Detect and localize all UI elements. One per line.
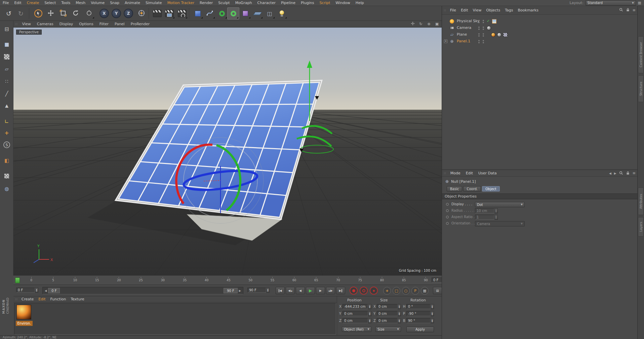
panel-handle-icon[interactable]: ∷ (444, 9, 446, 12)
menu-item[interactable]: Volume (88, 0, 107, 6)
lock-icon[interactable] (626, 171, 630, 176)
attribute-tab[interactable]: Basic (447, 186, 462, 192)
search-icon[interactable] (619, 171, 623, 176)
rotation-h-stepper[interactable]: ▲▼ (431, 304, 434, 309)
position-z-field[interactable]: 0 cm (343, 318, 368, 323)
position-z-stepper[interactable]: ▲▼ (368, 318, 371, 323)
subdivision-surface-button[interactable] (216, 7, 228, 19)
key-parameter-toggle[interactable]: P (411, 287, 419, 295)
phong-tag-icon[interactable] (497, 33, 501, 37)
viewport-menu-item[interactable]: View (19, 22, 34, 26)
menu-item[interactable]: Render (197, 0, 215, 6)
size-y-stepper[interactable]: ▲▼ (398, 311, 401, 316)
material-menu-item[interactable]: Function (48, 296, 69, 302)
camera-stage-button[interactable]: ◫ (264, 7, 276, 19)
menu-item[interactable]: Sculpt (215, 0, 232, 6)
key-pla-toggle[interactable]: ▦ (421, 287, 429, 295)
menu-item[interactable]: Pipeline (278, 0, 298, 6)
rotate-view-icon[interactable]: ↻ (418, 22, 424, 26)
render-visibility-dots[interactable] (483, 20, 484, 21)
editor-visibility-dots[interactable] (478, 40, 480, 41)
menu-item[interactable]: Window (333, 0, 353, 6)
attribute-menu-item[interactable]: User Data (476, 170, 499, 176)
edge-mode-button[interactable]: ╱ (1, 88, 13, 99)
toggle-panel-icon[interactable]: ▣ (434, 22, 440, 26)
enabled-check-icon[interactable]: ✓ (487, 19, 490, 23)
tab-content-browser[interactable]: Content Browser (638, 36, 644, 73)
object-row-selected[interactable]: + ⊕ Panel.1 (442, 38, 638, 44)
sky-tag-icon[interactable] (492, 19, 496, 24)
window-grid-icon[interactable]: ▦ (638, 1, 641, 5)
menu-item[interactable]: Select (42, 0, 58, 6)
editor-visibility-dots[interactable] (478, 20, 480, 21)
rotation-b-stepper[interactable]: ▲▼ (431, 318, 434, 323)
viewport-menu-item[interactable]: Cameras (34, 22, 56, 26)
deformer-button[interactable] (239, 7, 251, 19)
coordinate-system-button[interactable] (135, 7, 148, 19)
workplane-mode-button[interactable]: ▱ (1, 63, 13, 75)
tab-attributes[interactable]: Attributes (638, 187, 644, 215)
object-manager-menu-item[interactable]: View (470, 7, 484, 13)
panel-handle-icon[interactable]: ∷ (15, 298, 18, 301)
end-frame-field[interactable]: 90 F ▲▼ (247, 288, 270, 293)
material-list[interactable]: Environ. (14, 303, 336, 335)
history-forward-icon[interactable]: ▶ (614, 172, 616, 175)
panel-handle-icon[interactable]: ∷ (15, 23, 18, 26)
size-z-field[interactable]: 0 cm (377, 318, 398, 323)
camera-tag-icon[interactable] (487, 26, 491, 30)
prev-frame-button[interactable]: ◀ (296, 287, 305, 294)
render-settings-button[interactable] (176, 7, 188, 19)
undo-button[interactable]: ↺ (3, 7, 15, 19)
menu-item[interactable]: Help (353, 0, 367, 6)
current-frame-field[interactable]: 0 F ▲▼ (16, 288, 38, 293)
attribute-tab[interactable]: Object (482, 186, 500, 192)
cube-primitive-button[interactable] (192, 7, 204, 19)
menu-icon[interactable]: ≡ (633, 171, 636, 175)
render-visibility-dots[interactable] (483, 40, 484, 41)
position-x-field[interactable]: -644.233 cm (343, 304, 368, 309)
tab-layers[interactable]: Layers (638, 217, 644, 237)
paint-button[interactable]: ◧ (1, 155, 13, 166)
expand-icon[interactable]: + (444, 40, 447, 43)
coordinate-mode-select[interactable]: Object (Rel)▼ (342, 327, 371, 332)
rotate-tool-button[interactable] (70, 7, 82, 19)
rotation-p-field[interactable]: -90 ° (406, 311, 431, 316)
viewport-menu-item[interactable]: Panel (112, 22, 128, 26)
current-frame-marker[interactable] (15, 278, 20, 283)
material-menu-item[interactable]: Edit (36, 296, 48, 302)
viewport-menu-item[interactable]: Filter (96, 22, 112, 26)
object-row[interactable]: Camera (442, 25, 638, 31)
model-mode-button[interactable]: ■ (1, 39, 13, 50)
object-list[interactable]: Physical Sky ✓ Camera ▱ Plane + ⊕ Panel.… (442, 15, 638, 169)
range-start-handle[interactable]: ◀ 0 F (43, 288, 60, 293)
render-visibility-dots[interactable] (483, 27, 484, 28)
search-icon[interactable] (619, 8, 623, 13)
menu-item[interactable]: File (0, 0, 11, 6)
size-y-field[interactable]: 0 cm (377, 311, 398, 316)
animation-toggle-icon[interactable] (446, 216, 449, 218)
display-select[interactable]: Dot ▼ (475, 202, 525, 207)
light-button[interactable] (276, 7, 288, 19)
keyframe-selection-button[interactable]: ◆ (370, 287, 378, 295)
object-name[interactable]: Camera (457, 26, 471, 30)
last-used-tool-button[interactable] (83, 7, 95, 19)
size-x-stepper[interactable]: ▲▼ (398, 304, 401, 309)
material-menu-item[interactable]: Texture (68, 296, 86, 302)
size-mode-select[interactable]: Size▼ (375, 327, 401, 332)
axis-ruler-button[interactable]: ∟ (1, 116, 13, 127)
camera-view-label[interactable]: Perspective (16, 30, 42, 35)
play-button[interactable]: ▶ (306, 287, 315, 294)
viewport-menu-item[interactable]: ProRender (128, 22, 153, 26)
goto-start-button[interactable]: ◀ (276, 287, 285, 294)
position-x-stepper[interactable]: ▲▼ (368, 304, 371, 309)
record-keyframe-button[interactable] (350, 287, 358, 295)
viewport-menu-item[interactable]: Display (56, 22, 76, 26)
floor-environment-button[interactable] (251, 7, 264, 19)
menu-item[interactable]: Edit (11, 0, 24, 6)
material-thumbnail[interactable] (16, 305, 31, 320)
key-rotation-toggle[interactable]: ○ (402, 287, 410, 295)
next-key-button[interactable]: ◆▶ (326, 287, 335, 294)
menu-item[interactable]: Tools (58, 0, 73, 6)
tab-structure[interactable]: Structure (638, 75, 644, 102)
attribute-tab[interactable]: Coord. (463, 186, 481, 192)
